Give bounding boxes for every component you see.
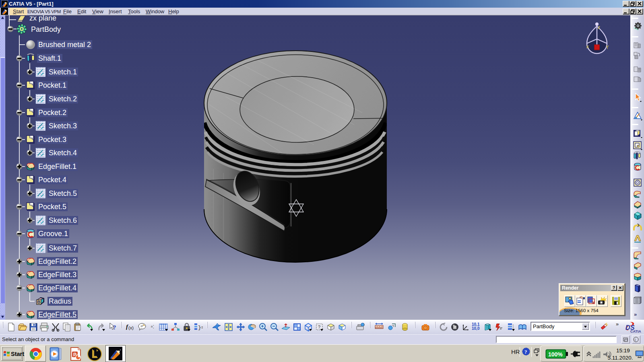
svg-text:a: a — [151, 325, 153, 328]
svg-text:CATIA: CATIA — [630, 329, 641, 333]
svg-text:?: ? — [524, 349, 527, 355]
svg-text:(x): (x) — [128, 325, 134, 330]
svg-text:}=: }= — [198, 325, 203, 331]
svg-text:i: i — [635, 338, 636, 342]
svg-text:B: B — [37, 300, 41, 304]
svg-text:100%: 100% — [548, 351, 563, 358]
svg-text:D: D — [625, 324, 630, 331]
svg-text:?: ? — [113, 324, 116, 331]
